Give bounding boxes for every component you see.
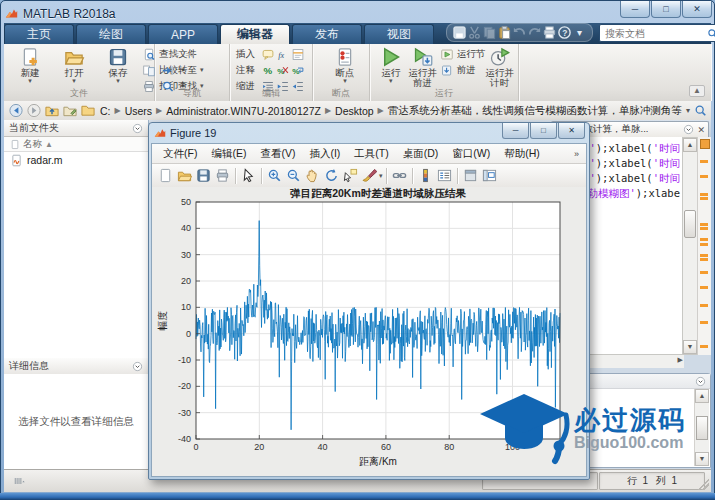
insert-fx-icon[interactable]: fx <box>276 48 290 61</box>
rotate-button[interactable] <box>322 166 341 185</box>
ribbon-button-运行并前进[interactable]: 运行并前进 <box>407 46 437 88</box>
ribbon-tab-视图[interactable]: 视图 <box>364 24 434 44</box>
statusbar-grip-icon[interactable] <box>10 475 28 487</box>
print-fig-button[interactable] <box>213 166 232 185</box>
analyzer-marker[interactable] <box>700 175 708 178</box>
figure-menu-插[interactable]: 插入(I) <box>302 147 347 161</box>
brush-dropdown-icon[interactable]: ▾ <box>379 173 383 179</box>
ribbon-tab-主页[interactable]: 主页 <box>4 24 74 44</box>
figure-menu-帮[interactable]: 帮助(H) <box>497 147 547 161</box>
ribbon-collapse-button[interactable]: ▲ <box>689 85 705 97</box>
code-analyzer-strip[interactable] <box>697 137 711 355</box>
editor-tab-menu-icon[interactable] <box>683 124 694 135</box>
search-input[interactable] <box>603 27 707 40</box>
qat-save-icon[interactable] <box>452 26 467 40</box>
save-fig-button[interactable] <box>194 166 213 185</box>
breadcrumb-segment[interactable]: Users <box>125 105 152 117</box>
analyzer-marker[interactable] <box>700 345 708 348</box>
close-button[interactable]: ✕ <box>682 1 712 18</box>
analyzer-marker[interactable] <box>700 160 708 163</box>
analyzer-marker[interactable] <box>700 193 708 196</box>
ribbon-button-前进[interactable]: 前进 <box>440 63 486 77</box>
back-arrow-icon[interactable]: ⇐ <box>170 48 179 61</box>
comment-un-icon[interactable]: % <box>276 64 290 77</box>
nav-back-forward[interactable]: ⇐ ⇒ <box>161 47 204 61</box>
insert-a-icon[interactable] <box>261 48 275 61</box>
browse-folder-button[interactable] <box>62 103 78 118</box>
zoom-in-button[interactable] <box>265 166 284 185</box>
editor-tab-close-icon[interactable]: ✕ <box>697 125 705 135</box>
details-panel-header[interactable]: 详细信息 <box>4 358 148 375</box>
zoom-out-button[interactable] <box>284 166 303 185</box>
ribbon-button-运行节[interactable]: 运行节 <box>440 47 486 61</box>
figure-menu-桌[interactable]: 桌面(D) <box>396 147 446 161</box>
ribbon-tab-APP[interactable]: APP <box>148 24 218 44</box>
comment-wrap-icon[interactable]: % <box>291 64 305 77</box>
qat-paste-icon[interactable] <box>497 26 512 40</box>
back-button[interactable] <box>8 103 24 118</box>
name-column-header[interactable]: 名称 ▲ <box>4 137 148 152</box>
analyzer-marker[interactable] <box>700 286 708 289</box>
figure-maximize-button[interactable]: □ <box>530 123 557 139</box>
figure-menu-工[interactable]: 工具(T) <box>347 147 395 161</box>
scroll-down-icon[interactable]: ▼ <box>683 340 697 354</box>
maximize-button[interactable]: □ <box>651 1 681 18</box>
figure-minimize-button[interactable]: ─ <box>502 123 529 139</box>
pan-button[interactable] <box>303 166 322 185</box>
figure-menu-查[interactable]: 查看(V) <box>253 147 302 161</box>
search-icon[interactable] <box>707 28 715 39</box>
scrollbar-thumb[interactable] <box>684 210 696 238</box>
cursor-button[interactable] <box>239 166 258 185</box>
resize-grip[interactable] <box>697 478 709 490</box>
analyzer-marker[interactable] <box>700 258 708 261</box>
insert-sec-icon[interactable] <box>291 48 305 61</box>
forward-button[interactable] <box>26 103 42 118</box>
up-folder-button[interactable] <box>44 103 60 118</box>
figure-menu-窗[interactable]: 窗口(W) <box>445 147 497 161</box>
open-folder-button[interactable] <box>175 166 194 185</box>
file-row-radar-m[interactable]: radar.m <box>4 152 148 168</box>
ribbon-button-转至[interactable]: 转至▾ <box>161 63 204 77</box>
dock-button[interactable] <box>461 166 480 185</box>
breadcrumb-segment[interactable]: C: <box>100 105 111 117</box>
legend-button[interactable] <box>435 166 454 185</box>
analyzer-marker[interactable] <box>700 321 708 324</box>
scroll-right-icon[interactable]: ▶ <box>678 356 683 364</box>
analyzer-status-icon[interactable] <box>700 139 710 149</box>
data-cursor-button[interactable] <box>341 166 360 185</box>
ribbon-button-断点[interactable]: 断点▾ <box>323 46 367 84</box>
comment-icon[interactable]: % <box>261 64 275 77</box>
details-menu-icon[interactable] <box>132 361 143 372</box>
menu-overflow-icon[interactable]: » <box>574 149 582 159</box>
panel-menu-icon[interactable] <box>132 123 143 134</box>
analyzer-marker[interactable] <box>700 243 708 246</box>
analyzer-marker[interactable] <box>700 254 708 257</box>
qat-cut-icon[interactable] <box>467 26 482 40</box>
analyzer-marker[interactable] <box>700 197 708 200</box>
figure-close-button[interactable]: ✕ <box>558 123 585 139</box>
qat-dropdown-icon[interactable]: ▾ <box>572 26 587 40</box>
figure-menu-文[interactable]: 文件(F) <box>156 147 204 161</box>
ribbon-tab-编辑器[interactable]: 编辑器 <box>220 24 290 44</box>
analyzer-marker[interactable] <box>700 271 708 274</box>
doc-search-box[interactable] <box>599 24 715 42</box>
plot-tools-button[interactable] <box>480 166 499 185</box>
breadcrumb-segment[interactable]: Desktop <box>335 105 374 117</box>
breadcrumb-segment[interactable]: 雷达系统分析基础，线性调频信号模糊函数计算，单脉冲测角等 <box>388 104 682 118</box>
breadcrumb-segment[interactable]: Administrator.WIN7U-20180127Z <box>166 105 321 117</box>
ribbon-button-新建[interactable]: 新建▾ <box>8 46 52 84</box>
brush-button[interactable] <box>360 166 379 185</box>
ribbon-button-运行[interactable]: 运行▾ <box>374 46 407 84</box>
qat-copy-icon[interactable] <box>482 26 497 40</box>
figure-menu-编[interactable]: 编辑(E) <box>204 147 253 161</box>
folder-search-icon[interactable] <box>694 104 707 117</box>
analyzer-marker[interactable] <box>700 238 708 241</box>
ribbon-button-打开[interactable]: 打开▾ <box>52 46 96 84</box>
current-folder-header[interactable]: 当前文件夹 <box>4 120 148 137</box>
title-bar[interactable]: MATLAB R2018a <box>5 4 710 23</box>
minimize-button[interactable]: ─ <box>620 1 650 18</box>
ribbon-tab-绘图[interactable]: 绘图 <box>76 24 146 44</box>
ribbon-button-运行并计时[interactable]: 运行并计时 <box>485 46 514 88</box>
ribbon-button-保存[interactable]: 保存▾ <box>96 46 140 84</box>
editor-vertical-scrollbar[interactable]: ▲ ▼ <box>682 137 698 355</box>
